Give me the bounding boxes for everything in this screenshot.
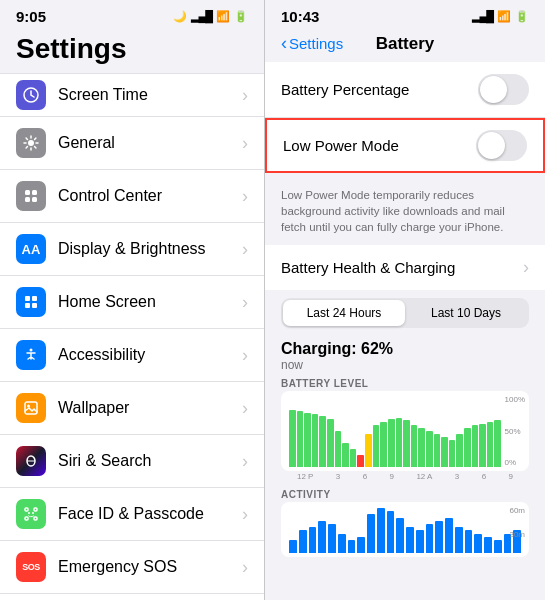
low-power-mode-toggle[interactable] xyxy=(476,130,527,161)
activity-y-labels: 60m 30m xyxy=(509,506,525,553)
sidebar-item-exposure[interactable]: Exposure Notifications xyxy=(0,594,264,600)
svg-rect-2 xyxy=(25,190,30,195)
activity-bar xyxy=(406,527,414,553)
battery-bar xyxy=(365,434,372,467)
x-label-3a: 3 xyxy=(336,472,340,481)
battery-icon-right: 🔋 xyxy=(515,10,529,23)
activity-bar xyxy=(338,534,346,553)
battery-health-label: Battery Health & Charging xyxy=(281,259,455,276)
time-left: 9:05 xyxy=(16,8,46,25)
activity-bar xyxy=(465,530,473,553)
activity-bar xyxy=(396,518,404,553)
battery-bar xyxy=(441,437,448,467)
sidebar-item-home-screen[interactable]: Home Screen xyxy=(0,276,264,329)
face-id-icon xyxy=(16,499,46,529)
siri-icon xyxy=(16,446,46,476)
time-right: 10:43 xyxy=(281,8,319,25)
chevron-icon xyxy=(242,345,248,366)
sidebar-item-screen-time[interactable]: Screen Time xyxy=(0,73,264,117)
battery-bar xyxy=(297,411,304,467)
sidebar-item-control-center[interactable]: Control Center xyxy=(0,170,264,223)
sidebar-item-emergency-sos[interactable]: SOS Emergency SOS xyxy=(0,541,264,594)
home-screen-icon xyxy=(16,287,46,317)
activity-chart xyxy=(281,502,529,557)
svg-rect-15 xyxy=(34,508,37,511)
y-label-50: 50% xyxy=(505,427,525,436)
battery-bar xyxy=(464,428,471,467)
activity-bar xyxy=(435,521,443,553)
x-label-12a: 12 A xyxy=(416,472,432,481)
activity-bar xyxy=(328,524,336,553)
settings-title: Settings xyxy=(0,29,264,73)
chevron-icon xyxy=(242,85,248,106)
x-label-12p: 12 P xyxy=(297,472,313,481)
chevron-icon xyxy=(242,292,248,313)
tabs-row: Last 24 Hours Last 10 Days xyxy=(281,298,529,328)
activity-bar xyxy=(377,508,385,553)
battery-bar xyxy=(396,418,403,467)
sidebar-item-display[interactable]: AA Display & Brightness xyxy=(0,223,264,276)
chevron-icon xyxy=(242,239,248,260)
sidebar-item-face-id[interactable]: Face ID & Passcode xyxy=(0,488,264,541)
battery-page-title: Battery xyxy=(376,34,435,54)
general-icon xyxy=(16,128,46,158)
siri-label: Siri & Search xyxy=(58,452,242,470)
activity-label: ACTIVITY xyxy=(281,489,529,500)
right-header: ‹ Settings Battery xyxy=(265,29,545,62)
battery-percentage-label: Battery Percentage xyxy=(281,81,409,98)
battery-health-row[interactable]: Battery Health & Charging xyxy=(265,245,545,290)
emergency-sos-icon: SOS xyxy=(16,552,46,582)
chevron-icon xyxy=(242,504,248,525)
activity-bar xyxy=(426,524,434,553)
emergency-sos-label: Emergency SOS xyxy=(58,558,242,576)
tab-10-days[interactable]: Last 10 Days xyxy=(405,300,527,326)
sidebar-item-wallpaper[interactable]: Wallpaper xyxy=(0,382,264,435)
battery-bar xyxy=(479,424,486,467)
battery-bar xyxy=(456,434,463,467)
battery-bar xyxy=(304,413,311,467)
svg-rect-6 xyxy=(25,296,30,301)
low-power-mode-row: Low Power Mode xyxy=(265,118,545,173)
sidebar-item-general[interactable]: General xyxy=(0,117,264,170)
svg-point-19 xyxy=(32,512,34,514)
tab-24-hours[interactable]: Last 24 Hours xyxy=(283,300,405,326)
battery-content: Battery Percentage Low Power Mode Low Po… xyxy=(265,62,545,600)
low-power-mode-label: Low Power Mode xyxy=(283,137,399,154)
battery-bar xyxy=(487,422,494,467)
signal-icon: ▂▄█ xyxy=(191,10,212,23)
wallpaper-icon xyxy=(16,393,46,423)
battery-level-label: BATTERY LEVEL xyxy=(281,378,529,389)
svg-rect-7 xyxy=(32,296,37,301)
chevron-icon xyxy=(242,398,248,419)
back-label: Settings xyxy=(289,35,343,52)
charging-percent: Charging: 62% xyxy=(281,340,529,358)
battery-percentage-toggle[interactable] xyxy=(478,74,529,105)
activity-bar xyxy=(309,527,317,553)
display-icon: AA xyxy=(16,234,46,264)
svg-point-18 xyxy=(28,512,30,514)
wifi-icon-right: 📶 xyxy=(497,10,511,23)
wifi-icon: 📶 xyxy=(216,10,230,23)
x-label-6a: 6 xyxy=(363,472,367,481)
x-label-3: 3 xyxy=(455,472,459,481)
battery-bars xyxy=(289,395,521,467)
svg-rect-8 xyxy=(25,303,30,308)
activity-bar xyxy=(289,540,297,553)
battery-bar xyxy=(350,449,357,467)
toggle-knob xyxy=(480,76,507,103)
svg-rect-11 xyxy=(25,402,37,414)
sidebar-item-siri[interactable]: Siri & Search xyxy=(0,435,264,488)
battery-bar xyxy=(426,431,433,467)
svg-rect-9 xyxy=(32,303,37,308)
accessibility-label: Accessibility xyxy=(58,346,242,364)
battery-top-section: Battery Percentage Low Power Mode xyxy=(265,62,545,173)
sidebar-item-accessibility[interactable]: Accessibility xyxy=(0,329,264,382)
battery-bar xyxy=(411,425,418,467)
status-icons-right: ▂▄█ 📶 🔋 xyxy=(472,10,529,23)
svg-rect-14 xyxy=(25,508,28,511)
back-button[interactable]: ‹ Settings xyxy=(281,33,343,54)
battery-bar xyxy=(319,416,326,467)
svg-rect-3 xyxy=(32,190,37,195)
activity-bar xyxy=(387,511,395,553)
moon-icon: 🌙 xyxy=(173,10,187,23)
